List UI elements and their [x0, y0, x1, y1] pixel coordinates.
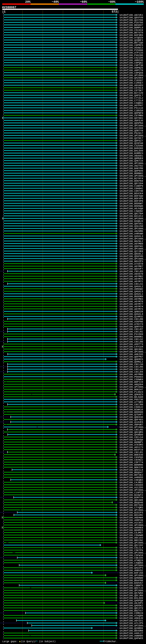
svg-text:~60%: ~60%	[80, 0, 87, 4]
svg-text:~40%: ~40%	[52, 0, 59, 4]
svg-text:20%: 20%	[25, 0, 31, 4]
svg-text:(in Subject): (in Subject)	[39, 640, 56, 643]
svg-text:UniRef100_Q4FWX5: UniRef100_Q4FWX5	[120, 637, 143, 640]
svg-text:=100char.: =100char.	[105, 640, 118, 643]
svg-text:~100%: ~100%	[135, 0, 144, 4]
svg-text:|1: |1	[2, 10, 6, 14]
svg-text:AV388067: AV388067	[2, 6, 16, 9]
svg-text:572|: 572|	[112, 10, 119, 14]
svg-text:Large gaps:: Large gaps:	[2, 640, 17, 643]
svg-text:(in Query)/: (in Query)/	[21, 640, 36, 643]
svg-text:~80%: ~80%	[108, 0, 116, 4]
